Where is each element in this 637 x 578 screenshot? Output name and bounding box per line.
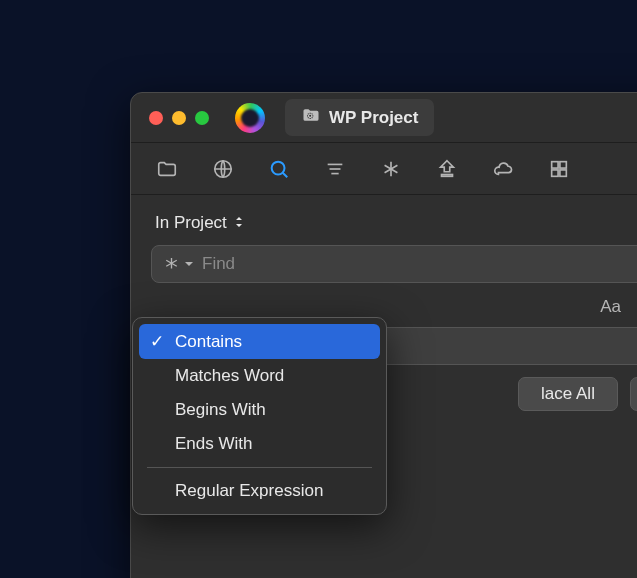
folder-icon[interactable] bbox=[155, 157, 179, 181]
search-icon[interactable] bbox=[267, 157, 291, 181]
svg-line-8 bbox=[308, 117, 309, 118]
titlebar: WP Project bbox=[131, 93, 637, 143]
chevron-up-down-icon bbox=[233, 213, 245, 233]
svg-rect-21 bbox=[552, 169, 558, 175]
svg-rect-18 bbox=[442, 174, 453, 176]
project-tab-label: WP Project bbox=[329, 108, 418, 128]
menu-item-ends-with[interactable]: Ends With bbox=[139, 427, 380, 461]
search-scope-selector[interactable]: In Project bbox=[155, 213, 637, 233]
zoom-window-button[interactable] bbox=[195, 111, 209, 125]
svg-rect-19 bbox=[552, 161, 558, 167]
svg-line-5 bbox=[308, 114, 309, 115]
cloud-icon[interactable] bbox=[491, 157, 515, 181]
project-tab[interactable]: WP Project bbox=[285, 99, 434, 136]
find-field-container bbox=[151, 245, 637, 283]
align-icon[interactable] bbox=[323, 157, 347, 181]
menu-item-regex[interactable]: Regular Expression bbox=[139, 474, 380, 508]
close-window-button[interactable] bbox=[149, 111, 163, 125]
svg-line-11 bbox=[283, 172, 288, 177]
menu-item-label: Begins With bbox=[175, 400, 266, 420]
window-controls bbox=[149, 111, 209, 125]
find-input[interactable] bbox=[202, 254, 637, 274]
menu-item-matches-word[interactable]: Matches Word bbox=[139, 359, 380, 393]
app-logo-icon bbox=[235, 103, 265, 133]
publish-icon[interactable] bbox=[435, 157, 459, 181]
replace-all-button[interactable]: lace All bbox=[518, 377, 618, 411]
globe-icon[interactable] bbox=[211, 157, 235, 181]
gear-folder-icon bbox=[301, 105, 321, 130]
search-scope-label: In Project bbox=[155, 213, 227, 233]
grid-icon[interactable] bbox=[547, 157, 571, 181]
menu-item-contains[interactable]: ✓ Contains bbox=[139, 324, 380, 359]
toolbar bbox=[131, 143, 637, 195]
svg-line-6 bbox=[312, 117, 313, 118]
case-sensitive-toggle[interactable]: Aa bbox=[600, 297, 621, 317]
asterisk-icon[interactable] bbox=[379, 157, 403, 181]
check-icon: ✓ bbox=[149, 331, 165, 352]
menu-item-label: Matches Word bbox=[175, 366, 284, 386]
svg-point-0 bbox=[308, 114, 312, 118]
svg-point-10 bbox=[272, 161, 285, 174]
svg-rect-22 bbox=[560, 169, 566, 175]
menu-item-begins-with[interactable]: Begins With bbox=[139, 393, 380, 427]
menu-item-label: Regular Expression bbox=[175, 481, 323, 501]
svg-line-7 bbox=[312, 114, 313, 115]
match-mode-button[interactable] bbox=[164, 255, 194, 273]
find-button[interactable]: Find bbox=[630, 377, 637, 411]
menu-item-label: Ends With bbox=[175, 434, 252, 454]
match-mode-menu: ✓ Contains Matches Word Begins With Ends… bbox=[132, 317, 387, 515]
minimize-window-button[interactable] bbox=[172, 111, 186, 125]
svg-rect-20 bbox=[560, 161, 566, 167]
menu-item-label: Contains bbox=[175, 332, 242, 352]
menu-separator bbox=[147, 467, 372, 468]
